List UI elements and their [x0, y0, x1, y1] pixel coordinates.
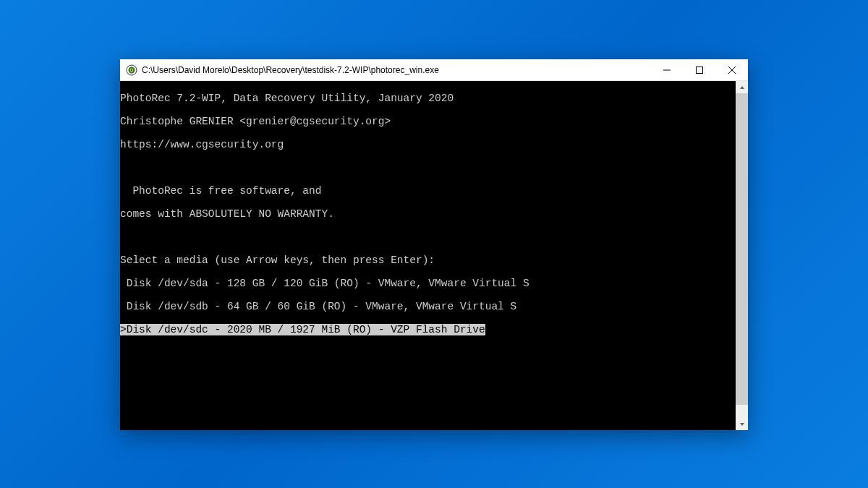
selection-caret: > — [120, 324, 127, 335]
scroll-thumb[interactable] — [736, 93, 748, 405]
window-title: C:\Users\David Morelo\Desktop\Recovery\t… — [142, 65, 650, 75]
blank-line — [120, 416, 736, 428]
intro-line: PhotoRec is free software, and — [120, 185, 736, 197]
select-prompt: Select a media (use Arrow keys, then pre… — [120, 254, 736, 266]
scroll-up-button[interactable] — [736, 81, 748, 93]
terminal-container: PhotoRec 7.2-WIP, Data Recovery Utility,… — [120, 81, 748, 430]
scroll-down-button[interactable] — [736, 418, 748, 430]
intro-line: comes with ABSOLUTELY NO WARRANTY. — [120, 208, 736, 220]
svg-marker-8 — [740, 86, 744, 89]
console-window: C:\Users\David Morelo\Desktop\Recovery\t… — [120, 59, 748, 430]
disk-option[interactable]: Disk /dev/sda - 128 GB / 120 GiB (RO) - … — [120, 278, 736, 289]
blank-line — [120, 393, 736, 405]
disk-option-selected[interactable]: >Disk /dev/sdc - 2020 MB / 1927 MiB (RO)… — [120, 324, 736, 335]
svg-rect-5 — [696, 67, 702, 73]
vertical-scrollbar[interactable] — [736, 81, 748, 430]
blank-line — [120, 162, 736, 174]
header-line: PhotoRec 7.2-WIP, Data Recovery Utility,… — [120, 93, 736, 104]
blank-line — [120, 370, 736, 382]
window-titlebar[interactable]: C:\Users\David Morelo\Desktop\Recovery\t… — [120, 59, 748, 81]
app-icon — [126, 64, 137, 76]
scroll-track[interactable] — [736, 93, 748, 418]
svg-marker-9 — [740, 423, 744, 426]
header-line: https://www.cgsecurity.org — [120, 139, 736, 150]
disk-selected-text: Disk /dev/sdc - 2020 MB / 1927 MiB (RO) … — [127, 324, 485, 335]
blank-line — [120, 347, 736, 359]
minimize-button[interactable] — [650, 59, 683, 80]
maximize-button[interactable] — [683, 59, 715, 80]
window-controls — [650, 59, 748, 80]
svg-point-3 — [131, 69, 132, 71]
header-line: Christophe GRENIER <grenier@cgsecurity.o… — [120, 116, 736, 127]
terminal-output[interactable]: PhotoRec 7.2-WIP, Data Recovery Utility,… — [120, 81, 736, 430]
blank-line — [120, 231, 736, 243]
disk-option[interactable]: Disk /dev/sdb - 64 GB / 60 GiB (RO) - VM… — [120, 301, 736, 312]
close-button[interactable] — [715, 59, 748, 80]
